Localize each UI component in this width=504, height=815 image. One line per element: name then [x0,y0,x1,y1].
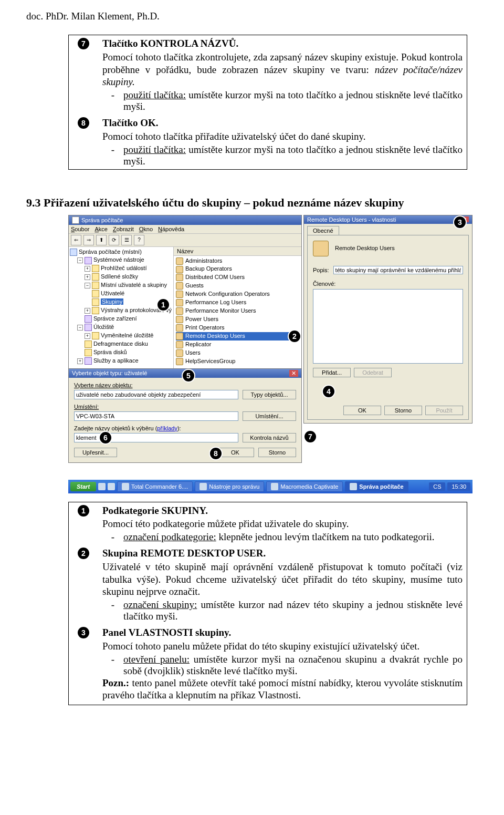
props-pouzit-button[interactable]: Použít [425,406,463,415]
list-header[interactable]: Název [174,247,301,256]
mmc-icon [72,216,79,224]
bottom-instruction-table: 1 Podkategorie SKUPINY. Pomocí této podk… [68,502,467,706]
group-icon [176,282,183,290]
props-popis-label: Popis: [313,267,329,273]
props-tab-general[interactable]: Obecné [307,226,339,235]
btn-pridat[interactable]: Přidat... [313,368,351,377]
list-item[interactable]: Print Operators [176,324,299,332]
props-members-list[interactable] [313,289,463,364]
folder-icon [92,265,99,272]
group-icon [176,341,183,348]
btn-kontrola-nazvu[interactable]: Kontrola názvů [243,433,296,442]
list-item[interactable]: Distributed COM Users [176,273,299,282]
tree-dm[interactable]: Správce zařízení [93,315,137,322]
tree-lu[interactable]: Místní uživatelé a skupiny [101,282,167,288]
menu-soubor[interactable]: SSouboroubor [71,226,89,232]
tree-sys[interactable]: Systémové nástroje [93,256,144,263]
bi2-title: Skupina REMOTE DESKTOP USER. [102,547,463,560]
btn-upresnit[interactable]: Upřesnit... [74,448,117,457]
list-item[interactable]: HelpServicesGroup [176,357,299,366]
select-users-dialog: Vyberte objekt typu: uživatelé ✕ Vyberte… [68,368,302,463]
bi3-b1-lead: otevření panelu: [123,654,190,665]
menu-zobrazit[interactable]: Zobrazit [113,226,134,232]
dlg-v3-input[interactable] [74,433,238,442]
tree-sa[interactable]: Služby a aplikace [93,357,139,364]
start-button[interactable]: Start [70,482,96,491]
group-icon [176,274,183,281]
taskbar-item[interactable]: Total Commander 6.... [117,481,193,492]
dlg-l2: Umístění: [74,404,296,410]
tree-users[interactable]: Uživatelé [101,290,124,296]
quicklaunch-icon[interactable] [98,483,106,490]
mmc-titlebar[interactable]: Správa počítače [69,215,301,225]
group-icon [176,324,183,332]
dlg-priklady-link[interactable]: příklady [157,425,177,431]
badge-2: 2 [78,548,89,559]
btn-umisteni[interactable]: Umístění... [243,411,296,421]
props-storno-button[interactable]: Storno [384,406,422,415]
toolbar-back-icon[interactable]: ⇐ [71,235,81,245]
tree-rs[interactable]: Vyměnitelné úložiště [101,332,153,338]
badge-8: 8 [78,117,89,129]
taskbar-item[interactable]: Nástroje pro správu [195,481,264,492]
list-item[interactable]: Guests [176,282,299,290]
menu-akce[interactable]: Akce [94,226,107,232]
screenshot-composite: Správa počítače SSouboroubor Akce Zobraz… [68,215,472,493]
group-icon [176,266,183,273]
list-item[interactable]: Backup Operators [176,265,299,273]
ss-badge-8: 8 [210,448,222,459]
top-instruction-table: 7 Tlačítko KONTROLA NÁZVŮ. Pomocí tohoto… [68,35,467,170]
group-icon [176,316,183,323]
taskbar-lang[interactable]: CS [429,482,445,491]
dlg-l1: Vyberte název objektu: [74,382,296,388]
top-i8-bullet: - použití tlačítka: umístěte kurzor myši… [102,144,463,167]
tree-st[interactable]: Úložiště [93,324,114,330]
group-icon [176,349,183,357]
tree-sf[interactable]: Sdílené složky [101,273,138,280]
close-icon[interactable]: ✕ [289,370,298,377]
group-icon [176,307,183,315]
btn-odebrat[interactable]: Odebrat [354,368,392,377]
tree-dd[interactable]: Správa disků [93,349,127,355]
btn-typy-objektu[interactable]: Typy objektů... [243,390,296,399]
tree-ev[interactable]: Prohlížeč událostí [101,265,146,271]
group-icon [176,257,183,265]
props-popis-input[interactable] [333,266,463,274]
group-icon [176,333,183,340]
toolbar-refresh-icon[interactable]: ⟳ [109,235,119,245]
quicklaunch-icon[interactable] [108,483,115,490]
props-ok-button[interactable]: OK [343,406,381,415]
bi2-b1-lead: označení skupiny: [123,599,197,610]
tree-groups[interactable]: Skupiny [101,298,123,305]
tree-root[interactable]: Správa počítače (místní) [79,249,142,255]
app-icon [271,483,278,490]
mmc-toolbar: ⇐ ⇒ ⬆ ⟳ ☰ ? [69,234,301,247]
list-item[interactable]: Power Users [176,315,299,324]
ss-badge-7: 7 [304,431,316,442]
dlg-ok-button[interactable]: OK [216,448,254,457]
dlg-storno-button[interactable]: Storno [258,448,296,457]
list-item[interactable]: Users [176,349,299,357]
list-item[interactable]: Replicator [176,341,299,349]
menu-okno[interactable]: Okno [139,226,153,232]
list-item-selected[interactable]: Remote Desktop Users [176,332,299,341]
taskbar-item-active[interactable]: Správa počítače [345,481,408,492]
props-titlebar[interactable]: Remote Desktop Users - vlastnosti ✕ [304,215,472,224]
toolbar-up-icon[interactable]: ⬆ [96,235,107,245]
menu-napoveda[interactable]: Nápověda [158,226,184,232]
toolbar-fwd-icon[interactable]: ⇒ [83,235,94,245]
list-item[interactable]: Performance Monitor Users [176,307,299,315]
list-item[interactable]: Performance Log Users [176,298,299,307]
list-item[interactable]: Network Configuration Operators [176,290,299,298]
top-i7-bullet: - použití tlačítka: umístěte kurzor myši… [102,89,463,112]
badge-3: 3 [78,627,89,638]
toolbar-help-icon[interactable]: ? [134,235,144,245]
toolbar-props-icon[interactable]: ☰ [121,235,132,245]
top-i7-title: Tlačítko KONTROLA NÁZVŮ. [102,37,463,50]
tree-df[interactable]: Defragmentace disku [93,341,148,347]
taskbar-item[interactable]: Macromedia Captivate [266,481,343,492]
list-item[interactable]: Administrators [176,257,299,265]
bi1-title: Podkategorie SKUPINY. [102,504,463,517]
bi1-b1-text: klepněte jednou levým tlačítkem na tuto … [216,531,435,542]
ss-badge-6: 6 [100,432,111,443]
